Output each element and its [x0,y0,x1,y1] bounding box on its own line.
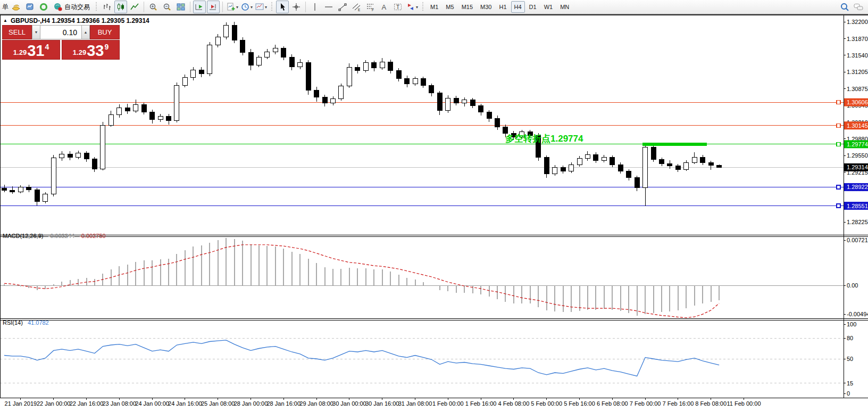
bid-prefix: 1.29 [13,49,27,56]
svg-text:-0.004943: -0.004943 [847,311,868,317]
svg-text:22 Jan 00:00: 22 Jan 00:00 [37,400,71,407]
cursor-button[interactable] [276,1,289,13]
candlestick-chart-button[interactable] [114,1,127,13]
svg-text:21 Jan 2019: 21 Jan 2019 [5,400,37,407]
ask-big: 33 [87,44,104,58]
candlestick-chart-icon [116,2,126,12]
timeframe-d1[interactable]: D1 [526,1,540,13]
svg-text:100: 100 [847,321,856,327]
toolbar-drag-handle[interactable] [95,2,97,12]
svg-text:0: 0 [847,390,850,397]
timeframe-mn[interactable]: MN [557,1,572,13]
svg-text:5 Feb 00:00: 5 Feb 00:00 [531,400,562,407]
fibonacci-button[interactable]: F [364,1,377,13]
cursor-icon [278,2,287,12]
chevron-down-icon: ▾ [265,5,267,10]
search-button[interactable] [838,1,851,13]
autotrading-button[interactable]: 自动交易 [51,1,92,13]
lot-decrease-button[interactable]: ▼ [32,25,40,39]
svg-text:1.30875: 1.30875 [847,86,868,92]
svg-text:15: 15 [847,380,853,387]
line-chart-button[interactable] [128,1,141,13]
svg-text:1.29314: 1.29314 [847,164,868,170]
timeframe-h1[interactable]: H1 [496,1,510,13]
lot-increase-button[interactable]: ▲ [81,25,90,39]
arrows-button[interactable]: ▾ [405,1,419,13]
svg-text:28 Jan 16:00: 28 Jan 16:00 [266,400,301,407]
toolbar: 单 自动交易 [0,0,868,14]
svg-text:24 Jan 16:00: 24 Jan 16:00 [168,400,202,407]
chart-header: ▲ GBPUSD-,H4 1.29354 1.29366 1.29305 1.2… [3,17,149,24]
svg-text:5 Feb 16:00: 5 Feb 16:00 [564,400,595,407]
toolbar-separator [190,2,190,12]
lot-size-input[interactable]: 0.10 [40,25,81,39]
timeframe-m1[interactable]: M1 [427,1,441,13]
timeframe-m15[interactable]: M15 [458,1,476,13]
buy-button[interactable]: BUY [90,25,120,39]
zoom-out-icon [162,2,172,12]
sell-button[interactable]: SELL [2,25,32,39]
svg-text:T: T [396,4,399,10]
line-chart-icon [130,2,139,12]
new-order-gold-button[interactable] [10,1,22,13]
bid-big: 31 [27,44,44,58]
svg-text:1 Feb 16:00: 1 Feb 16:00 [465,400,497,407]
text-label-button[interactable]: T [391,1,404,13]
toolbar-separator [144,2,144,12]
trendline-button[interactable] [336,1,349,13]
svg-text:1.28225: 1.28225 [847,219,868,225]
collapse-panel-arrow[interactable]: ▲ [3,19,7,23]
channel-button[interactable]: E [350,1,363,13]
svg-text:24 Jan 00:00: 24 Jan 00:00 [135,400,169,407]
svg-text:29 Jan 08:00: 29 Jan 08:00 [299,400,333,407]
chevron-down-icon: ▾ [251,5,253,10]
horizontal-line-button[interactable] [322,1,335,13]
timeframe-group: M1M5M15M30H1H4D1W1MN [427,1,572,13]
auto-scroll-button[interactable] [193,1,206,13]
chart-ohlc-title: GBPUSD-,H4 1.29354 1.29366 1.29305 1.293… [11,17,149,24]
ask-pipette: 9 [104,43,108,51]
svg-text:7 Feb 16:00: 7 Feb 16:00 [663,400,694,407]
tile-windows-button[interactable] [174,1,187,13]
data-window-button[interactable] [37,1,50,13]
toolbar-drag-handle[interactable] [422,2,424,12]
one-click-trading-panel: SELL ▼ 0.10 ▲ BUY 1.29 31 4 1.29 33 9 [2,25,120,60]
search-icon [840,2,849,12]
timeframe-w1[interactable]: W1 [541,1,556,13]
vertical-line-button[interactable] [308,1,321,13]
arrows-icon [406,2,415,12]
macd-value-main: -0.002244 [48,233,74,239]
periods-button[interactable]: ▾ [240,1,253,13]
svg-text:25 Jan 08:00: 25 Jan 08:00 [201,400,235,407]
ask-price[interactable]: 1.29 33 9 [62,40,120,60]
market-watch-button[interactable] [23,1,36,13]
svg-text:11 Feb 00:00: 11 Feb 00:00 [727,400,761,407]
periods-icon [240,2,250,12]
svg-text:E: E [358,8,361,12]
chevron-down-icon: ▾ [416,5,418,10]
bar-chart-button[interactable] [101,1,113,13]
toolbar-drag-handle[interactable] [271,2,273,12]
zoom-in-button[interactable] [147,1,160,13]
bid-price[interactable]: 1.29 31 4 [2,40,60,60]
ask-prefix: 1.29 [73,49,86,56]
svg-text:1.28922: 1.28922 [847,184,868,190]
text-button[interactable]: A [378,1,390,13]
zoom-out-button[interactable] [161,1,173,13]
chat-button[interactable] [852,1,865,13]
chart-shift-button[interactable] [207,1,220,13]
templates-button[interactable]: ▾ [254,1,268,13]
new-order-button[interactable]: 单 [2,3,9,12]
timeframe-h4[interactable]: H4 [511,1,525,13]
svg-text:0.007216: 0.007216 [847,237,868,243]
crosshair-button[interactable] [290,1,303,13]
timeframe-m30[interactable]: M30 [477,1,495,13]
vertical-line-icon [310,2,320,12]
timeframe-m5[interactable]: M5 [443,1,457,13]
trendline-icon [338,2,347,12]
svg-text:1.32200: 1.32200 [847,19,868,25]
svg-text:8 Feb 08:00: 8 Feb 08:00 [695,400,727,407]
indicators-button[interactable]: ▾ [226,1,239,13]
price-chart[interactable]: 1.322001.318701.315401.312051.308751.305… [0,0,868,411]
turning-point-annotation: 多空转折点1.29774 [505,133,583,145]
